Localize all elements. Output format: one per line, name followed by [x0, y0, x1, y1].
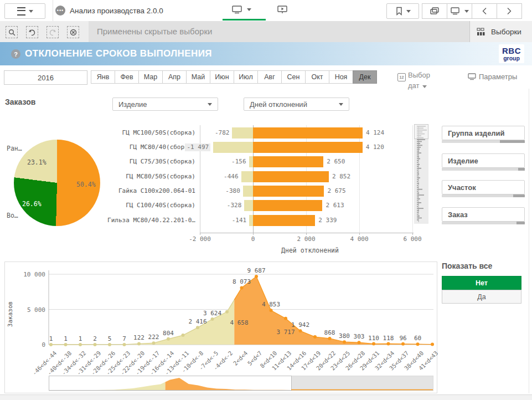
- month-tab-Июн[interactable]: Июн: [210, 70, 234, 84]
- show-all-no-button[interactable]: Нет: [442, 276, 521, 290]
- app-icon[interactable]: •••: [55, 6, 65, 16]
- bar-positive[interactable]: [253, 215, 315, 226]
- chevron-right-icon: [507, 7, 512, 15]
- global-menu-button[interactable]: [4, 3, 45, 19]
- svg-text:60: 60: [414, 335, 421, 342]
- filter-scrollbar[interactable]: [442, 140, 525, 143]
- month-tab-Фев[interactable]: Фев: [115, 70, 139, 84]
- bar-chart-plot[interactable]: -7824 124-1 4974 120-1562 650-4462 852-3…: [200, 125, 414, 233]
- svg-text:9 687: 9 687: [247, 267, 265, 274]
- filter-scrollbar-thumb[interactable]: [518, 168, 525, 171]
- svg-text:3 717: 3 717: [276, 329, 295, 336]
- bar-category-label: Гайка С100х200.064-01: [118, 187, 195, 195]
- bar-positive-value: 2 675: [327, 187, 345, 195]
- month-tab-Апр[interactable]: Апр: [162, 70, 187, 84]
- active-view-indicator: [223, 19, 266, 20]
- area-chart-range-brush[interactable]: [49, 376, 433, 391]
- dimension-dropdown[interactable]: Изделие: [112, 98, 218, 111]
- bar-negative[interactable]: [249, 215, 253, 226]
- sheet-list-button[interactable]: [447, 3, 472, 19]
- filter-listbox-2[interactable]: Изделие: [442, 153, 525, 168]
- filter-listbox-4[interactable]: Заказ: [442, 207, 525, 222]
- chevron-down-icon: [247, 8, 251, 11]
- svg-text:Заказов: Заказов: [7, 301, 14, 327]
- selections-grid-icon: [477, 28, 485, 36]
- month-tab-Сен[interactable]: Сен: [281, 70, 306, 84]
- sheet-view-button[interactable]: [231, 4, 251, 14]
- date-picker-label1: Выбор: [408, 71, 430, 79]
- svg-text:380: 380: [339, 332, 350, 340]
- bar-positive[interactable]: [253, 186, 324, 197]
- filter-scrollbar-thumb[interactable]: [516, 222, 525, 224]
- area-chart[interactable]: 05 00010 0001112571222228042 4163 6244 6…: [4, 261, 437, 393]
- svg-text:4 658: 4 658: [230, 319, 248, 326]
- bar-positive-value: 2 852: [332, 173, 350, 181]
- month-tabs: ЯнвФевМарАпрМайИюнИюлАвгСенОктНояДек: [91, 70, 377, 84]
- date-picker-button[interactable]: 12Выбор дат: [397, 71, 442, 90]
- monitor-icon: [231, 4, 242, 14]
- next-sheet-button[interactable]: [497, 3, 522, 19]
- bar-negative[interactable]: [241, 171, 253, 182]
- filter-scrollbar[interactable]: [442, 194, 525, 197]
- measure-dropdown[interactable]: Дней отклонений: [244, 98, 349, 111]
- bookmarks-button[interactable]: [386, 3, 419, 19]
- filter-scrollbar[interactable]: [442, 168, 525, 171]
- bar-negative-value: -446: [224, 173, 239, 181]
- bar-positive[interactable]: [253, 142, 363, 153]
- month-tab-Авг[interactable]: Авг: [257, 70, 282, 84]
- redo-selection-icon[interactable]: [47, 26, 59, 38]
- bar-positive-value: 4 120: [366, 143, 384, 151]
- bar-chart-scroll-minimap[interactable]: [414, 124, 428, 224]
- clear-selections-icon[interactable]: [67, 26, 79, 38]
- filter-listbox-1[interactable]: Группа изделий: [442, 126, 525, 140]
- filter-scrollbar-thumb[interactable]: [513, 194, 525, 197]
- previous-sheet-button[interactable]: [472, 3, 497, 19]
- top-toolbar: ••• Анализ производства 2.0.0: [0, 0, 532, 22]
- bar-negative[interactable]: [243, 186, 253, 197]
- sheet-overview-button[interactable]: [422, 3, 447, 19]
- svg-text:122: 122: [133, 334, 144, 341]
- selections-tool-button[interactable]: Выборки: [469, 21, 532, 42]
- bar-category-label: ГЦ С75/30S(сборка): [130, 158, 195, 166]
- bar-positive[interactable]: [253, 127, 363, 139]
- svg-text:3 624: 3 624: [203, 310, 221, 317]
- bar-axis-tick-label: 4 000: [340, 235, 379, 243]
- month-tab-Мар[interactable]: Мар: [138, 70, 163, 84]
- bar-negative[interactable]: [249, 156, 253, 167]
- month-tab-Дек[interactable]: Дек: [353, 70, 377, 84]
- bar-negative[interactable]: [213, 142, 253, 153]
- svg-text:1: 1: [64, 335, 68, 342]
- filter-scrollbar-thumb[interactable]: [500, 140, 525, 143]
- presentation-button[interactable]: [277, 4, 288, 16]
- rbc-group-logo: RBC group: [499, 44, 524, 63]
- help-icon[interactable]: ?: [11, 49, 20, 59]
- month-tab-Июл[interactable]: Июл: [234, 70, 258, 84]
- filter-listbox-3[interactable]: Участок: [442, 180, 525, 194]
- show-all-yes-button[interactable]: Да: [442, 290, 521, 304]
- bar-negative-value: -1 497: [185, 143, 210, 151]
- app-title: Анализ производства 2.0.0: [70, 7, 163, 15]
- parameters-button[interactable]: Параметры: [468, 73, 517, 81]
- month-tab-Ноя[interactable]: Ноя: [329, 70, 353, 84]
- bar-positive[interactable]: [253, 156, 323, 167]
- date-picker-label2: дат: [408, 81, 419, 90]
- month-tab-Май[interactable]: Май: [186, 70, 210, 84]
- presenter-icon: [277, 4, 288, 14]
- undo-selection-icon[interactable]: [26, 26, 38, 38]
- bar-chart-x-title: Дней отклонений: [266, 247, 354, 254]
- smart-search-icon[interactable]: [6, 26, 18, 38]
- svg-text:7: 7: [122, 335, 126, 342]
- filter-scrollbar[interactable]: [442, 222, 525, 224]
- bar-negative[interactable]: [244, 200, 253, 211]
- svg-text:804: 804: [163, 330, 174, 337]
- bar-negative[interactable]: [232, 127, 253, 139]
- svg-text:96: 96: [399, 335, 406, 342]
- year-filter[interactable]: 2016: [4, 70, 87, 85]
- parameters-label: Параметры: [479, 73, 517, 81]
- pie-pct-ontime: 26.6%: [22, 200, 42, 208]
- svg-text:2 416: 2 416: [188, 318, 206, 325]
- month-tab-Янв[interactable]: Янв: [91, 70, 115, 84]
- bar-positive[interactable]: [253, 171, 329, 182]
- month-tab-Окт[interactable]: Окт: [305, 70, 329, 84]
- bar-positive[interactable]: [253, 200, 322, 211]
